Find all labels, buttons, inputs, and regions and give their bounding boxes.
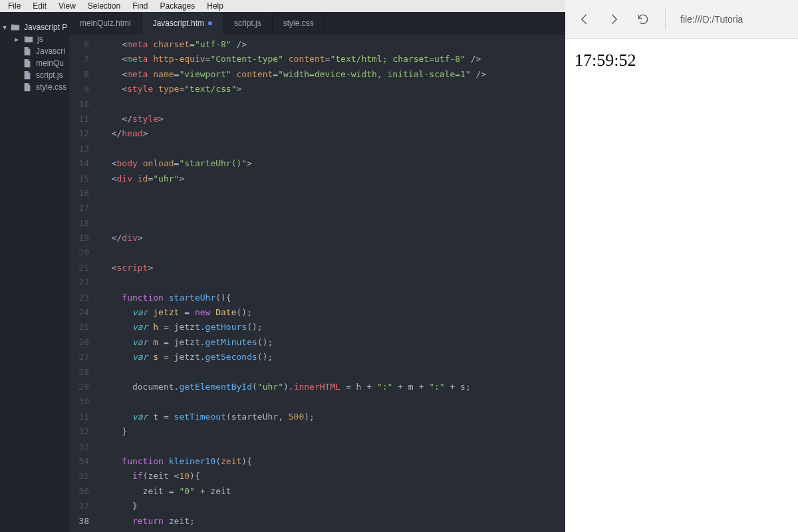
workarea: ▾ Javascript P ▸ js JavascrimeinQuscript… [0, 12, 565, 532]
line-number: 18 [69, 216, 89, 231]
code-line[interactable] [101, 245, 565, 260]
code-line[interactable]: var t = setTimeout(starteUhr, 500); [101, 410, 565, 424]
tree-file-label: script.js [36, 70, 63, 80]
tree-file[interactable]: style.css [0, 81, 69, 93]
menu-selection[interactable]: Selection [82, 1, 126, 11]
tree-file-label: style.css [36, 82, 66, 92]
tab-bar: meinQuiz.htmlJavascript.htmscript.jsstyl… [69, 12, 565, 35]
browser-toolbar: file:///D:/Tutoria [565, 0, 798, 39]
separator [665, 9, 666, 29]
code-line[interactable]: function starteUhr(){ [101, 291, 565, 305]
code-line[interactable]: </style> [101, 112, 565, 126]
line-number: 26 [69, 335, 89, 350]
tab[interactable]: meinQuiz.html [69, 12, 142, 35]
code-line[interactable] [101, 201, 565, 215]
code-line[interactable]: var jetzt = new Date(); [101, 305, 565, 320]
code-line[interactable]: return zeit; [101, 514, 565, 529]
code-line[interactable]: function kleiner10(zeit){ [101, 454, 565, 469]
reload-button[interactable] [636, 12, 650, 27]
line-number: 33 [69, 440, 89, 454]
code-editor[interactable]: 6789101112131415161718192021222324252627… [69, 35, 565, 532]
file-tree: ▾ Javascript P ▸ js JavascrimeinQuscript… [0, 12, 69, 532]
line-number: 9 [69, 82, 89, 96]
tab-label: style.css [283, 19, 314, 28]
line-number: 27 [69, 350, 89, 364]
code-line[interactable] [101, 365, 565, 380]
tree-file-label: Javascri [36, 47, 65, 56]
menu-packages[interactable]: Packages [155, 1, 201, 11]
tab[interactable]: Javascript.htm [142, 12, 223, 35]
line-gutter: 6789101112131415161718192021222324252627… [69, 35, 96, 532]
tab-label: Javascript.htm [153, 19, 204, 28]
line-number: 20 [69, 245, 89, 260]
line-number: 16 [69, 186, 89, 201]
line-number: 25 [69, 320, 89, 334]
code-line[interactable]: </head> [101, 126, 565, 141]
menu-file[interactable]: File [3, 1, 26, 11]
line-number: 36 [69, 484, 89, 499]
line-number: 13 [69, 142, 89, 156]
tab-label: script.js [234, 19, 261, 28]
folder-icon [11, 23, 20, 32]
code-line[interactable]: <script> [101, 261, 565, 275]
line-number: 30 [69, 394, 89, 409]
tab[interactable]: style.css [273, 12, 325, 35]
line-number: 10 [69, 97, 89, 112]
menu-help[interactable]: Help [201, 1, 229, 11]
chevron-right-icon: ▸ [15, 35, 20, 44]
url-bar[interactable]: file:///D:/Tutoria [680, 14, 743, 25]
line-number: 7 [69, 52, 89, 66]
tree-file[interactable]: Javascri [0, 45, 69, 57]
code-line[interactable] [101, 216, 565, 231]
line-number: 15 [69, 172, 89, 186]
line-number: 38 [69, 514, 89, 529]
code-source[interactable]: <meta charset="utf-8" /> <meta http-equi… [96, 35, 565, 532]
code-line[interactable]: if(zeit <10){ [101, 469, 565, 483]
file-icon [23, 47, 32, 56]
code-line[interactable]: </div> [101, 231, 565, 245]
line-number: 32 [69, 424, 89, 439]
code-line[interactable]: <style type="text/css"> [101, 82, 565, 96]
line-number: 11 [69, 112, 89, 126]
tree-folder[interactable]: ▸ js [0, 33, 69, 45]
code-line[interactable]: <meta http-equiv="Content-type" content=… [101, 52, 565, 66]
editor-main: meinQuiz.htmlJavascript.htmscript.jsstyl… [69, 12, 565, 532]
code-line[interactable]: <meta name="viewport" content="width=dev… [101, 67, 565, 82]
code-line[interactable] [101, 394, 565, 409]
browser-window: file:///D:/Tutoria 17:59:52 [565, 0, 798, 532]
code-line[interactable]: document.getElementById("uhr").innerHTML… [101, 380, 565, 394]
tree-file[interactable]: meinQu [0, 57, 69, 69]
folder-icon [24, 35, 33, 44]
menu-bar: FileEditViewSelectionFindPackagesHelp [0, 0, 565, 12]
line-number: 24 [69, 305, 89, 320]
code-line[interactable]: var s = jetzt.getSeconds(); [101, 350, 565, 364]
code-line[interactable]: zeit = "0" + zeit [101, 484, 565, 499]
tab[interactable]: script.js [223, 12, 273, 35]
clock-output: 17:59:52 [575, 51, 789, 70]
code-line[interactable]: <body onload="starteUhr()"> [101, 156, 565, 171]
chevron-down-icon: ▾ [3, 23, 7, 32]
menu-view[interactable]: View [53, 1, 81, 11]
code-line[interactable]: var h = jetzt.getHours(); [101, 320, 565, 334]
code-line[interactable] [101, 142, 565, 156]
line-number: 34 [69, 454, 89, 469]
code-line[interactable] [101, 186, 565, 201]
line-number: 14 [69, 156, 89, 171]
browser-viewport: 17:59:52 [565, 39, 798, 532]
tree-file-label: meinQu [36, 59, 64, 68]
tree-file[interactable]: script.js [0, 69, 69, 81]
tree-root-label: Javascript P [24, 23, 67, 32]
menu-edit[interactable]: Edit [27, 1, 52, 11]
code-line[interactable] [101, 275, 565, 290]
code-line[interactable]: } [101, 424, 565, 439]
back-button[interactable] [577, 12, 592, 27]
tree-root[interactable]: ▾ Javascript P [0, 21, 69, 33]
code-line[interactable]: var m = jetzt.getMinutes(); [101, 335, 565, 350]
code-line[interactable]: <meta charset="utf-8" /> [101, 37, 565, 52]
code-line[interactable]: <div id="uhr"> [101, 172, 565, 186]
menu-find[interactable]: Find [127, 1, 153, 11]
code-line[interactable] [101, 440, 565, 454]
code-line[interactable]: } [101, 499, 565, 513]
code-line[interactable] [101, 97, 565, 112]
forward-button[interactable] [606, 12, 621, 27]
